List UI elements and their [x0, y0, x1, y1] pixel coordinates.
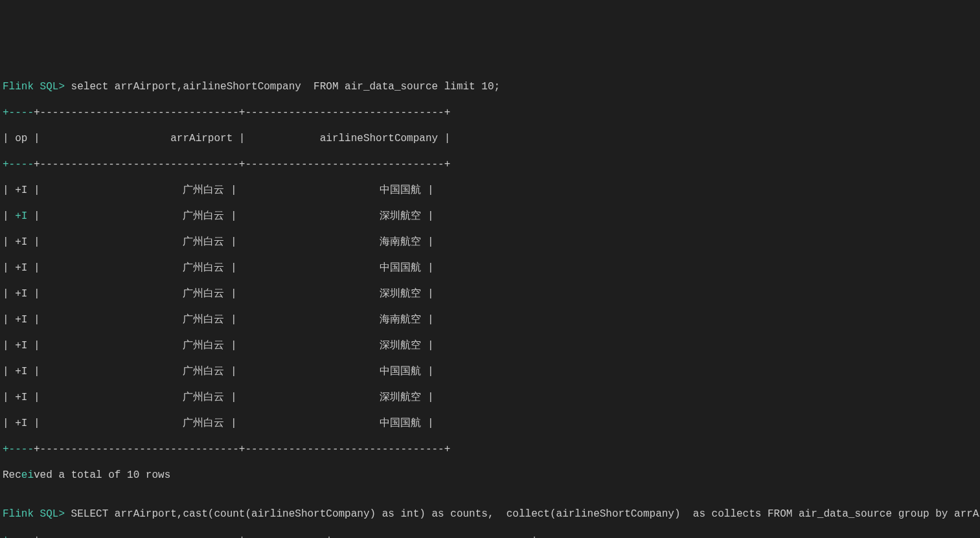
table-row: | +I | 广州白云 | 中国国航 | [3, 365, 977, 378]
table-border: +----+--------------------------------+-… [3, 158, 977, 171]
table-border: +----+--------------------------------+-… [3, 443, 977, 456]
table-border: +----+--------------------------------+-… [3, 106, 977, 119]
table-row: | +I | 广州白云 | 深圳航空 | [3, 287, 977, 300]
table-row: | +I | 广州白云 | 深圳航空 | [3, 391, 977, 404]
query-1: select arrAirport,airlineShortCompany FR… [65, 81, 500, 93]
result-footer: Received a total of 10 rows [3, 469, 977, 482]
table-row: | +I | 广州白云 | 海南航空 | [3, 236, 977, 249]
table-border: +----+--------------------------------+-… [3, 533, 977, 538]
query-2: SELECT arrAirport,cast(count(airlineShor… [65, 508, 980, 520]
terminal-output[interactable]: Flink SQL> select arrAirport,airlineShor… [0, 65, 980, 538]
table-row: | +I | 广州白云 | 深圳航空 | [3, 339, 977, 352]
table-row: | +I | 广州白云 | 中国国航 | [3, 184, 977, 197]
sql-prompt: Flink SQL> [3, 508, 65, 520]
table-row: | +I | 广州白云 | 中国国航 | [3, 262, 977, 275]
table-row: | +I | 广州白云 | 海南航空 | [3, 313, 977, 326]
table-row: | +I | 广州白云 | 深圳航空 | [3, 210, 977, 223]
table-header-row: | op | arrAirport | airlineShortCompany … [3, 132, 977, 145]
sql-prompt: Flink SQL> [3, 81, 65, 93]
table-row: | +I | 广州白云 | 中国国航 | [3, 417, 977, 430]
